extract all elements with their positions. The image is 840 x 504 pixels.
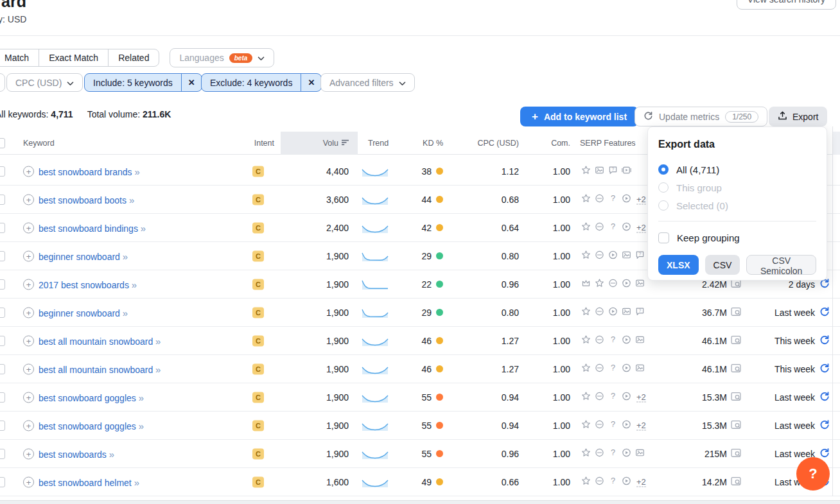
expand-chevrons-icon[interactable]: » <box>132 279 136 290</box>
add-keyword-plus-icon[interactable]: + <box>23 222 34 233</box>
column-header-kd[interactable]: KD % <box>423 132 443 155</box>
advanced-filters-dropdown[interactable]: Advanced filters <box>320 73 415 92</box>
refresh-metrics-icon[interactable] <box>819 419 830 431</box>
expand-chevrons-icon[interactable]: » <box>129 194 133 205</box>
expand-chevrons-icon[interactable]: » <box>123 250 127 261</box>
keyword-link[interactable]: best snowboard brands » <box>39 166 139 177</box>
row-checkbox[interactable] <box>0 364 5 374</box>
serp-preview-icon[interactable] <box>731 448 742 460</box>
refresh-metrics-icon[interactable] <box>819 448 830 460</box>
trend-sparkline[interactable] <box>362 336 389 346</box>
row-checkbox[interactable] <box>0 392 5 403</box>
serp-preview-icon[interactable] <box>731 476 742 488</box>
keyword-link[interactable]: best snowboards » <box>39 448 113 459</box>
include-filter-close-icon[interactable]: ✕ <box>181 74 202 91</box>
keyword-link[interactable]: beginner snowboard » <box>39 250 127 261</box>
expand-chevrons-icon[interactable]: » <box>139 392 143 403</box>
expand-chevrons-icon[interactable]: » <box>134 476 138 487</box>
export-csv-semicolon-button[interactable]: CSV Semicolon <box>746 255 816 275</box>
trend-sparkline[interactable] <box>362 421 389 431</box>
export-csv-button[interactable]: CSV <box>705 255 740 275</box>
column-header-competition[interactable]: Com. <box>551 132 570 155</box>
horizontal-scrollbar[interactable] <box>0 500 840 504</box>
keyword-link[interactable]: best snowboard boots » <box>39 194 133 205</box>
radio-unselected-icon[interactable] <box>658 182 669 193</box>
expand-chevrons-icon[interactable]: » <box>134 166 138 177</box>
row-checkbox[interactable] <box>0 449 5 459</box>
include-keywords-filter[interactable]: Include: 5 keywords ✕ <box>84 73 202 92</box>
add-keyword-plus-icon[interactable]: + <box>23 476 34 487</box>
serp-more-link[interactable]: +2 <box>636 223 646 233</box>
refresh-metrics-icon[interactable] <box>819 363 830 375</box>
add-keyword-plus-icon[interactable]: + <box>23 166 34 177</box>
row-checkbox[interactable] <box>0 308 5 318</box>
keyword-link[interactable]: best snowboard goggles » <box>39 420 143 431</box>
add-keyword-plus-icon[interactable]: + <box>23 420 34 431</box>
exclude-filter-close-icon[interactable]: ✕ <box>301 74 321 91</box>
expand-chevrons-icon[interactable]: » <box>141 222 144 233</box>
refresh-metrics-icon[interactable] <box>819 335 830 347</box>
trend-sparkline[interactable] <box>362 279 389 290</box>
view-search-history-button[interactable]: View search history <box>737 0 836 10</box>
tab-related[interactable]: Related <box>108 49 159 67</box>
add-keyword-plus-icon[interactable]: + <box>23 448 34 459</box>
row-checkbox[interactable] <box>0 166 5 177</box>
serp-preview-icon[interactable] <box>731 392 742 403</box>
help-button[interactable]: ? <box>796 457 830 491</box>
vertical-scrollbar[interactable] <box>832 126 833 496</box>
row-checkbox[interactable] <box>0 251 5 261</box>
row-checkbox[interactable] <box>0 279 5 290</box>
serp-preview-icon[interactable] <box>731 363 742 375</box>
column-header-volume[interactable]: Volu <box>281 132 358 155</box>
expand-chevrons-icon[interactable]: » <box>109 448 113 459</box>
trend-sparkline[interactable] <box>362 195 389 205</box>
expand-chevrons-icon[interactable]: » <box>123 307 127 318</box>
trend-sparkline[interactable] <box>362 477 389 487</box>
refresh-metrics-icon[interactable] <box>819 306 830 318</box>
row-checkbox[interactable] <box>0 421 5 431</box>
serp-preview-icon[interactable] <box>731 420 742 431</box>
row-checkbox[interactable] <box>0 223 5 233</box>
serp-more-link[interactable]: +2 <box>636 477 646 487</box>
trend-sparkline[interactable] <box>362 251 389 261</box>
trend-sparkline[interactable] <box>362 308 389 318</box>
trend-sparkline[interactable] <box>362 392 389 403</box>
column-header-cpc[interactable]: CPC (USD) <box>477 132 519 155</box>
serp-more-link[interactable]: +2 <box>636 392 646 403</box>
row-checkbox[interactable] <box>0 336 5 346</box>
row-checkbox[interactable] <box>0 477 5 487</box>
exclude-keywords-filter[interactable]: Exclude: 4 keywords ✕ <box>201 73 322 92</box>
add-keyword-plus-icon[interactable]: + <box>23 194 34 205</box>
keyword-link[interactable]: 2017 best snowboards » <box>39 279 136 290</box>
expand-chevrons-icon[interactable]: » <box>155 363 159 374</box>
column-header-trend[interactable]: Trend <box>368 132 389 155</box>
keyword-link[interactable]: best all mountain snowboard » <box>39 363 159 374</box>
expand-chevrons-icon[interactable]: » <box>139 420 143 431</box>
expand-chevrons-icon[interactable]: » <box>155 335 159 346</box>
column-header-keyword[interactable]: Keyword <box>23 132 55 155</box>
tab-broad-match[interactable]: Match <box>0 49 39 67</box>
export-option-selected[interactable]: Selected (0) <box>658 196 816 214</box>
keyword-link[interactable]: best snowboard helmet » <box>39 476 138 487</box>
trend-sparkline[interactable] <box>362 166 389 177</box>
radio-selected-icon[interactable] <box>658 164 669 175</box>
export-option-all[interactable]: All (4,711) <box>658 161 816 178</box>
export-option-this-group[interactable]: This group <box>658 178 816 196</box>
column-header-intent[interactable]: Intent <box>254 132 274 155</box>
update-metrics-button[interactable]: Update metrics 1/250 <box>634 107 767 126</box>
select-all-checkbox[interactable] <box>0 138 5 148</box>
serp-preview-icon[interactable] <box>731 335 742 347</box>
add-keyword-plus-icon[interactable]: + <box>23 363 34 374</box>
export-button[interactable]: Export <box>769 107 827 126</box>
add-keyword-plus-icon[interactable]: + <box>23 392 34 403</box>
keyword-link[interactable]: best snowboard bindings » <box>39 222 144 233</box>
trend-sparkline[interactable] <box>362 223 389 233</box>
checkbox-icon[interactable] <box>658 232 669 243</box>
clipped-filter-dropdown[interactable] <box>0 73 5 92</box>
keyword-link[interactable]: best all mountain snowboard » <box>39 335 159 346</box>
serp-preview-icon[interactable] <box>731 307 742 318</box>
radio-unselected-icon[interactable] <box>658 200 669 211</box>
column-header-serp-features[interactable]: SERP Features <box>580 132 636 155</box>
add-keyword-plus-icon[interactable]: + <box>23 279 34 290</box>
languages-dropdown[interactable]: Languages beta <box>170 48 274 67</box>
